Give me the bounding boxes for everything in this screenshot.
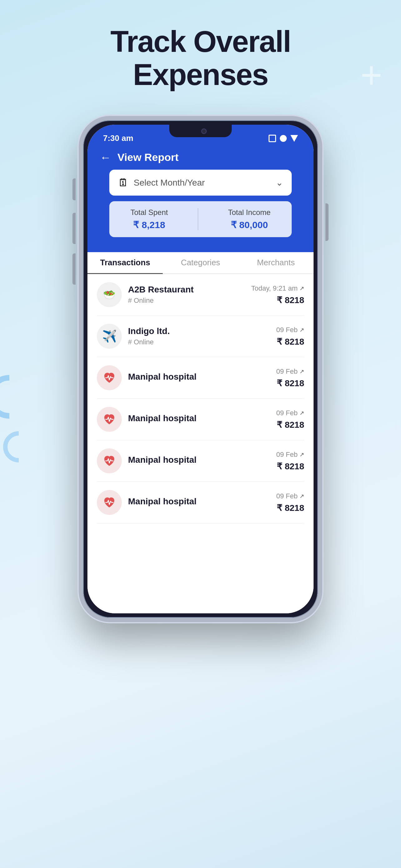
total-spent-value: ₹ 8,218 xyxy=(131,219,168,230)
calendar-icon: 🗓 xyxy=(118,177,129,189)
tab-categories[interactable]: Categories xyxy=(163,252,238,273)
status-time: 7:30 am xyxy=(103,133,133,143)
bg-arc-left xyxy=(0,375,31,419)
health-icon-svg xyxy=(102,412,116,426)
tab-transactions[interactable]: Transactions xyxy=(88,252,163,274)
transaction-icon-plane: ✈️ xyxy=(97,324,122,349)
transaction-amount: ₹ 8218 xyxy=(276,461,304,471)
transaction-amount: ₹ 8218 xyxy=(276,503,304,513)
transaction-date: Today, 9:21 am ↗ xyxy=(251,284,304,292)
transaction-details: Manipal hospital xyxy=(128,496,270,508)
bg-arc-bottom xyxy=(3,431,34,462)
health-icon-svg xyxy=(102,454,116,468)
transaction-right: 09 Feb ↗ ₹ 8218 xyxy=(276,326,304,347)
chevron-down-icon: ⌄ xyxy=(276,178,283,188)
transaction-item[interactable]: Manipal hospital 09 Feb ↗ ₹ 8218 xyxy=(97,440,304,482)
total-spent-card: Total Spent ₹ 8,218 xyxy=(131,208,168,230)
phone-screen: 7:30 am ← View Report 🗓 Select Mon xyxy=(88,125,313,613)
month-selector-left: 🗓 Select Month/Year xyxy=(118,177,205,189)
total-income-label: Total Income xyxy=(228,208,270,217)
health-icon-svg xyxy=(102,371,116,384)
transaction-item[interactable]: Manipal hospital 09 Feb ↗ ₹ 8218 xyxy=(97,399,304,440)
power-button xyxy=(326,204,329,241)
transaction-icon-food: 🥗 xyxy=(97,282,122,307)
transaction-details: Manipal hospital xyxy=(128,372,270,384)
transaction-date: 09 Feb ↗ xyxy=(276,451,304,459)
page-headline: Track Overall Expenses xyxy=(110,25,291,91)
total-spent-label: Total Spent xyxy=(131,208,168,217)
bg-plus-decoration: + xyxy=(360,56,382,94)
summary-divider xyxy=(198,208,198,230)
transaction-item[interactable]: 🥗 A2B Restaurant # Online Today, 9:21 am… xyxy=(97,274,304,316)
total-income-card: Total Income ₹ 80,000 xyxy=(228,208,270,230)
transactions-list: 🥗 A2B Restaurant # Online Today, 9:21 am… xyxy=(88,274,313,613)
app-header: ← View Report 🗓 Select Month/Year ⌄ Tota… xyxy=(88,146,313,252)
signal-icon xyxy=(280,135,287,142)
phone-mockup: 7:30 am ← View Report 🗓 Select Mon xyxy=(79,116,322,622)
transaction-name: Manipal hospital xyxy=(128,413,270,423)
transaction-details: A2B Restaurant # Online xyxy=(128,285,245,305)
transaction-icon-health xyxy=(97,365,122,390)
transaction-amount: ₹ 8218 xyxy=(251,295,304,305)
transaction-name: Manipal hospital xyxy=(128,455,270,465)
transaction-amount: ₹ 8218 xyxy=(276,337,304,347)
month-year-selector[interactable]: 🗓 Select Month/Year ⌄ xyxy=(109,170,292,195)
transaction-sub: # Online xyxy=(128,338,270,346)
notch xyxy=(169,125,232,137)
back-button[interactable]: ← xyxy=(100,152,111,163)
status-icons xyxy=(269,135,298,142)
transaction-right: Today, 9:21 am ↗ ₹ 8218 xyxy=(251,284,304,305)
tab-merchants[interactable]: Merchants xyxy=(238,252,313,273)
transaction-name: Manipal hospital xyxy=(128,372,270,382)
transaction-details: Manipal hospital xyxy=(128,455,270,467)
mute-button xyxy=(72,178,75,200)
month-selector-text: Select Month/Year xyxy=(134,178,205,188)
transaction-item[interactable]: Manipal hospital 09 Feb ↗ ₹ 8218 xyxy=(97,357,304,399)
transaction-date: 09 Feb ↗ xyxy=(276,367,304,376)
summary-row: Total Spent ₹ 8,218 Total Income ₹ 80,00… xyxy=(109,201,292,237)
transaction-icon-health xyxy=(97,407,122,432)
transaction-sub: # Online xyxy=(128,297,245,305)
transaction-right: 09 Feb ↗ ₹ 8218 xyxy=(276,492,304,513)
link-icon: ↗ xyxy=(300,493,304,500)
transaction-icon-health xyxy=(97,448,122,473)
transaction-amount: ₹ 8218 xyxy=(276,378,304,389)
volume-up-button xyxy=(72,213,75,244)
total-income-value: ₹ 80,000 xyxy=(228,219,270,230)
volume-down-button xyxy=(72,253,75,285)
battery-icon xyxy=(291,135,298,142)
transaction-item[interactable]: Manipal hospital 09 Feb ↗ ₹ 8218 xyxy=(97,482,304,523)
transaction-name: Indigo ltd. xyxy=(128,326,270,336)
transaction-right: 09 Feb ↗ ₹ 8218 xyxy=(276,451,304,471)
link-icon: ↗ xyxy=(300,327,304,333)
link-icon: ↗ xyxy=(300,451,304,458)
link-icon: ↗ xyxy=(300,285,304,292)
transaction-amount: ₹ 8218 xyxy=(276,420,304,430)
link-icon: ↗ xyxy=(300,368,304,375)
transaction-date: 09 Feb ↗ xyxy=(276,326,304,334)
transaction-right: 09 Feb ↗ ₹ 8218 xyxy=(276,367,304,389)
phone-frame: 7:30 am ← View Report 🗓 Select Mon xyxy=(79,116,322,622)
wifi-icon xyxy=(269,135,276,142)
transaction-item[interactable]: ✈️ Indigo ltd. # Online 09 Feb ↗ ₹ 8218 xyxy=(97,316,304,357)
transaction-details: Indigo ltd. # Online xyxy=(128,326,270,346)
transaction-right: 09 Feb ↗ ₹ 8218 xyxy=(276,409,304,430)
transaction-date: 09 Feb ↗ xyxy=(276,492,304,500)
transaction-details: Manipal hospital xyxy=(128,413,270,425)
link-icon: ↗ xyxy=(300,410,304,416)
header-title: View Report xyxy=(118,151,179,163)
transaction-name: Manipal hospital xyxy=(128,496,270,506)
health-icon-svg xyxy=(102,496,116,509)
transaction-date: 09 Feb ↗ xyxy=(276,409,304,417)
transaction-icon-health xyxy=(97,490,122,515)
tabs-bar: Transactions Categories Merchants xyxy=(88,252,313,274)
transaction-name: A2B Restaurant xyxy=(128,285,245,294)
